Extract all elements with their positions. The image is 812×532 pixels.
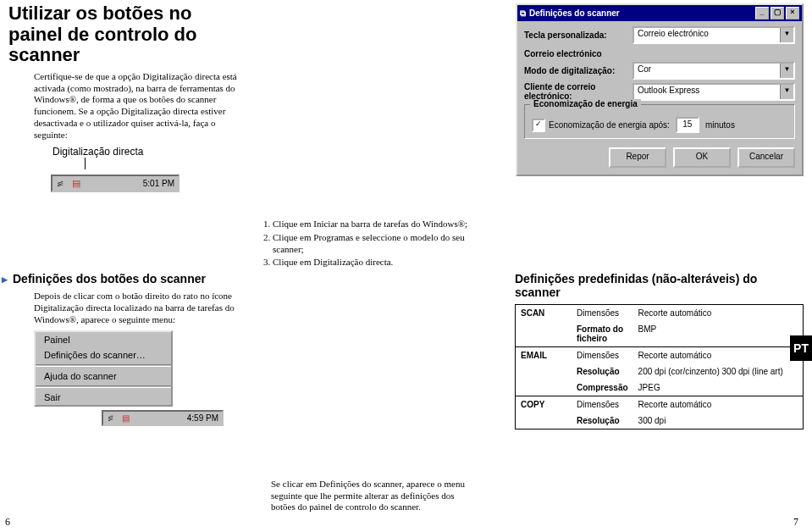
page-title: Utilizar os botões no painel de controlo… <box>8 3 237 66</box>
energy-groupbox: Economização de energia ✓ Economização d… <box>524 104 795 139</box>
ctx-separator <box>36 364 171 367</box>
scan-mode-dropdown[interactable]: Cor ▼ <box>632 62 795 80</box>
ctx-item-panel[interactable]: Painel <box>36 332 171 347</box>
ctx-item-help[interactable]: Ajuda do scanner <box>36 369 171 384</box>
digitalizacao-label: Digitalização directa <box>52 146 237 158</box>
tray-clock: 5:01 PM <box>140 177 178 190</box>
email-client-label: Cliente de correio electrónico: <box>524 83 632 101</box>
email-client-value: Outlook Express <box>634 85 780 99</box>
language-badge: PT <box>790 335 812 361</box>
context-menu-intro: Depois de clicar com o botão direito do … <box>34 291 246 325</box>
custom-key-dropdown[interactable]: Correio electrónico ▼ <box>632 26 795 44</box>
scan-mode-label: Modo de digitalização: <box>524 66 632 75</box>
step-2: Clique em Programas e seleccione o model… <box>273 232 486 256</box>
tray2-handle-icon: ꠵ <box>103 412 119 424</box>
cell-formato-val: BMP <box>633 321 804 346</box>
chevron-down-icon: ▼ <box>780 85 793 99</box>
cell-copy-res: Resolução <box>572 413 633 429</box>
intro-paragraph: Certifique-se de que a opção Digitalizaç… <box>34 71 237 141</box>
tray-handle-icon: ꠵ <box>52 177 69 191</box>
cell-scan-dim-val: Recorte automático <box>633 305 804 322</box>
minutes-word: minutos <box>705 120 735 130</box>
dialog-icon: ⧉ <box>520 8 526 19</box>
reset-button[interactable]: Repor <box>609 147 666 168</box>
scanner-tray-icon[interactable]: ▤ <box>69 176 84 191</box>
cell-dimensoes: Dimensões <box>572 305 633 322</box>
scanner-tray-icon-2: ▤ <box>119 412 133 424</box>
energy-checkbox[interactable]: ✓ <box>532 119 545 132</box>
scanner-settings-dialog: ⧉ Definições do scanner _ ▢ × Tecla pers… <box>516 3 804 176</box>
cell-copy-dim-val: Recorte automático <box>633 396 804 413</box>
custom-key-label: Tecla personalizada: <box>524 30 632 40</box>
custom-key-value: Correio electrónico <box>634 28 780 42</box>
maximize-button[interactable]: ▢ <box>771 7 784 19</box>
cell-formato: Formato do ficheiro <box>572 321 633 346</box>
email-client-dropdown[interactable]: Outlook Express ▼ <box>632 83 795 101</box>
minutes-field[interactable]: 15 <box>676 117 699 133</box>
ctx-item-settings[interactable]: Definições do scanner… <box>36 347 171 363</box>
page-number-right: 7 <box>793 516 798 529</box>
tray2-clock: 4:59 PM <box>184 412 222 424</box>
energy-checkbox-label: Economização de energia após: <box>549 120 670 130</box>
chevron-down-icon: ▼ <box>780 28 793 42</box>
dialog-title: Definições do scanner <box>529 8 620 18</box>
section-heading-buttons: Definições dos botões do scanner <box>2 272 246 285</box>
cell-email-res: Resolução <box>572 363 633 380</box>
scan-mode-value: Cor <box>634 64 780 78</box>
row-scan-label: SCAN <box>516 305 572 347</box>
cell-copy-dim: Dimensões <box>572 396 633 413</box>
cell-email-res-val: 200 dpi (cor/cinzento) 300 dpi (line art… <box>633 363 804 380</box>
cell-compressao: Compressão <box>572 380 633 396</box>
pointer-line <box>85 158 237 169</box>
instruction-list: Clique em Iniciar na barra de tarefas do… <box>273 219 486 269</box>
email-section-heading: Correio electrónico <box>524 49 795 58</box>
footer-paragraph: Se clicar em Definições do scanner, apar… <box>271 479 474 513</box>
cell-copy-res-val: 300 dpi <box>633 413 804 429</box>
system-tray-2: ꠵ ▤ 4:59 PM <box>102 410 224 426</box>
system-tray: ꠵ ▤ 5:01 PM <box>51 175 180 192</box>
page-number-left: 6 <box>5 516 10 529</box>
ctx-item-exit[interactable]: Sair <box>36 390 171 405</box>
cell-compressao-val: JPEG <box>633 380 804 396</box>
row-email-label: EMAIL <box>516 347 572 396</box>
cell-email-dim: Dimensões <box>572 347 633 364</box>
cell-email-dim-val: Recorte automático <box>633 347 804 364</box>
minimize-button[interactable]: _ <box>755 7 769 19</box>
ok-button[interactable]: OK <box>673 147 731 168</box>
defaults-table: SCAN Dimensões Recorte automático Format… <box>515 304 804 429</box>
energy-legend: Economização de energia <box>530 99 641 108</box>
ctx-separator <box>36 385 171 388</box>
section-heading-defaults: Definições predefinidas (não-alteráveis)… <box>515 272 804 299</box>
chevron-down-icon: ▼ <box>780 64 793 78</box>
close-button[interactable]: × <box>786 7 799 19</box>
cancel-button[interactable]: Cancelar <box>737 147 795 168</box>
step-1: Clique em Iniciar na barra de tarefas do… <box>273 219 486 230</box>
row-copy-label: COPY <box>516 396 572 429</box>
context-menu: Painel Definições do scanner… Ajuda do s… <box>34 330 173 407</box>
